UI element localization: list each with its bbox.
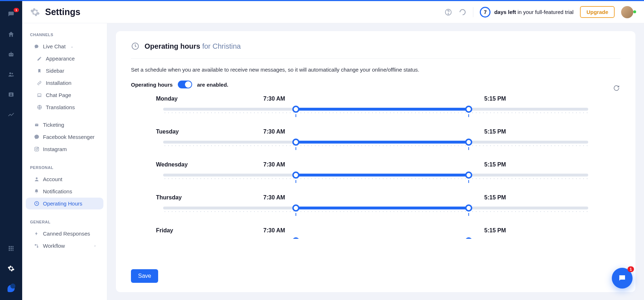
slider-handle-end[interactable] — [465, 237, 472, 239]
sidebar-item-label: Sidebar — [46, 68, 64, 74]
chat-badge: 1 — [628, 266, 634, 272]
sidebar-item-installation[interactable]: Installation — [26, 77, 103, 89]
sidebar-item-notifications[interactable]: Notifications — [26, 185, 103, 197]
sidebar-item-label: Facebook Messenger — [43, 134, 94, 140]
sidebar-item-instagram[interactable]: Instagram — [26, 143, 103, 155]
time-range-slider[interactable] — [163, 171, 588, 181]
sidebar-item-canned[interactable]: Canned Responses — [26, 228, 103, 239]
slider-ticks — [163, 178, 588, 179]
slider-handle-end[interactable] — [465, 106, 472, 113]
clock-icon — [131, 42, 140, 50]
sidebar-item-ticketing[interactable]: Ticketing — [26, 119, 103, 131]
sidebar-item-facebook[interactable]: Facebook Messenger — [26, 131, 103, 143]
sidebar-item-label: Canned Responses — [43, 231, 90, 237]
trial-indicator: 7 days left in your full-featured trial — [480, 7, 574, 18]
user-icon — [34, 176, 39, 182]
rail-analytics-icon[interactable] — [7, 110, 15, 119]
rail-inbox-badge: 1 — [14, 8, 19, 12]
svg-rect-26 — [35, 244, 36, 246]
sidebar-item-chat-page[interactable]: Chat Page — [26, 89, 103, 101]
time-range-slider[interactable] — [163, 139, 588, 148]
trial-rest-label: in your full-featured trial — [516, 9, 574, 15]
slider-handle-end[interactable] — [465, 139, 472, 146]
slider-handle-start[interactable] — [292, 171, 299, 179]
svg-rect-11 — [9, 248, 10, 250]
sidebar-item-account[interactable]: Account — [26, 173, 103, 185]
reload-icon[interactable] — [613, 85, 620, 91]
sidebar-item-label: Operating Hours — [43, 200, 82, 207]
rail-inbox-icon[interactable]: 1 — [7, 10, 15, 19]
chat-launcher[interactable]: 1 — [612, 268, 633, 289]
time-range-slider[interactable] — [163, 237, 588, 239]
slider-handle-end[interactable] — [465, 171, 472, 179]
sidebar-section-general: GENERAL — [22, 220, 107, 224]
left-rail: 1 — [0, 1, 22, 300]
sidebar-item-sidebar[interactable]: Sidebar — [26, 65, 103, 77]
sidebar-item-label: Workflow — [43, 243, 65, 249]
svg-rect-10 — [13, 246, 14, 247]
rail-home-icon[interactable] — [7, 30, 15, 39]
rail-settings-icon[interactable] — [7, 264, 15, 273]
slider-tick-start — [296, 114, 296, 117]
svg-rect-15 — [11, 250, 12, 251]
day-name: Monday — [156, 96, 245, 102]
rail-contacts-icon[interactable] — [7, 70, 15, 79]
slider-tick-end — [468, 114, 469, 117]
sidebar-item-label: Chat Page — [46, 92, 71, 98]
rail-logo-icon[interactable] — [7, 284, 15, 293]
slider-tick-end — [468, 213, 469, 216]
svg-point-5 — [11, 73, 13, 74]
svg-rect-8 — [9, 246, 10, 247]
avatar[interactable] — [621, 6, 633, 18]
svg-point-7 — [10, 93, 11, 95]
slider-tick-start — [296, 180, 296, 183]
rail-id-icon[interactable] — [7, 90, 15, 99]
trial-days-circle: 7 — [480, 7, 491, 18]
gear-icon — [30, 7, 40, 17]
rail-apps-icon[interactable] — [7, 244, 15, 253]
time-range-slider[interactable] — [163, 204, 588, 214]
toggle-status: are enabled. — [197, 82, 229, 88]
sidebar-item-workflow[interactable]: Workflow › — [26, 240, 103, 252]
day-end-time: 5:15 PM — [484, 161, 506, 168]
operating-hours-toggle[interactable] — [178, 81, 192, 88]
refresh-icon[interactable] — [459, 8, 467, 16]
schedule-row: Thursday 7:30 AM 5:15 PM — [131, 194, 620, 214]
svg-point-18 — [448, 13, 449, 14]
slider-fill — [296, 108, 469, 111]
save-button[interactable]: Save — [131, 269, 158, 283]
workflow-icon — [34, 243, 39, 249]
help-icon[interactable] — [444, 8, 452, 16]
sidebar-item-translations[interactable]: Translations — [26, 101, 103, 113]
slider-handle-end[interactable] — [465, 204, 472, 212]
svg-rect-3 — [11, 52, 11, 53]
slider-handle-start[interactable] — [292, 139, 299, 146]
sidebar-item-operating-hours[interactable]: Operating Hours — [26, 198, 103, 209]
day-end-time: 5:15 PM — [484, 194, 506, 201]
svg-rect-12 — [11, 248, 12, 250]
upgrade-button[interactable]: Upgrade — [580, 6, 615, 18]
svg-rect-19 — [38, 93, 41, 96]
day-start-time: 7:30 AM — [263, 96, 285, 102]
slider-handle-start[interactable] — [292, 237, 299, 239]
day-name: Tuesday — [156, 129, 245, 135]
sidebar-item-live-chat[interactable]: Live Chat ⌄ — [26, 40, 103, 52]
schedule-row: Friday 7:30 AM 5:15 PM — [131, 227, 620, 239]
svg-rect-0 — [9, 53, 14, 56]
bookmark-icon — [36, 68, 42, 74]
sidebar-item-appearance[interactable]: Appearance — [26, 53, 103, 64]
slider-handle-start[interactable] — [292, 106, 299, 113]
page-title: Settings — [45, 7, 80, 17]
bolt-icon — [34, 231, 39, 237]
day-end-time: 5:15 PM — [484, 227, 506, 234]
toggle-label: Operating hours — [131, 82, 173, 88]
day-start-time: 7:30 AM — [263, 194, 285, 201]
time-range-slider[interactable] — [163, 106, 588, 115]
slider-fill — [296, 141, 469, 144]
rail-bot-icon[interactable] — [7, 50, 15, 59]
slider-tick-start — [296, 147, 296, 150]
messenger-icon — [34, 134, 39, 140]
slider-ticks — [163, 145, 588, 146]
slider-handle-start[interactable] — [292, 204, 299, 212]
svg-point-23 — [38, 147, 38, 148]
